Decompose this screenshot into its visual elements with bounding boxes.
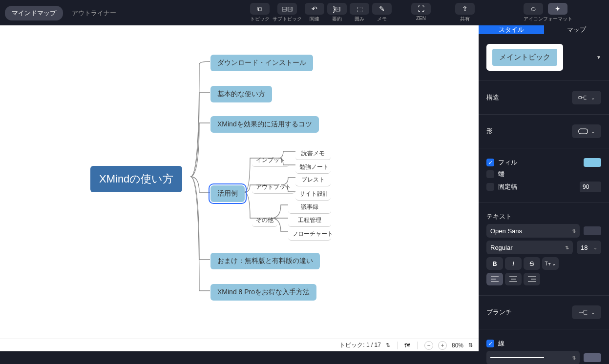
fixedwidth-label: 固定幅 bbox=[498, 182, 517, 191]
view-tabs: マインドマップ アウトライナー bbox=[5, 6, 123, 20]
weight-select[interactable]: Regular⇅ bbox=[486, 241, 573, 254]
top-toolbar: マインドマップ アウトライナー ⧉トピック ⊟⊡サブトピック ↶関連 }⊡要約 … bbox=[0, 0, 609, 25]
relationship-button[interactable]: ↶関連 bbox=[305, 3, 324, 22]
fixedwidth-input[interactable] bbox=[580, 182, 601, 192]
icon-panel-button[interactable]: ☺アイコン bbox=[524, 3, 543, 22]
node-leaf[interactable]: サイト設計 bbox=[295, 188, 331, 201]
bold-button[interactable]: B bbox=[486, 257, 503, 270]
topic-count-label: トピック: 1 / 17 bbox=[339, 341, 381, 349]
updown-icon: ⇅ bbox=[572, 228, 576, 234]
chevron-down-icon: ⌄ bbox=[591, 310, 595, 315]
svg-rect-0 bbox=[579, 97, 582, 99]
strike-button[interactable]: S bbox=[524, 257, 540, 270]
share-button[interactable]: ⇪共有 bbox=[455, 3, 475, 22]
structure-label: 構造 bbox=[486, 93, 499, 102]
line-label: 線 bbox=[498, 339, 504, 348]
tab-map[interactable]: マップ bbox=[544, 25, 609, 34]
node-main[interactable]: XMind 8 Proをお得な入手方法 bbox=[210, 284, 316, 301]
branch-picker[interactable]: ⌄ bbox=[572, 305, 601, 319]
structure-picker[interactable]: ⌄ bbox=[572, 91, 601, 104]
preview-section: メイントピック ▼ bbox=[479, 34, 609, 81]
panel-tabs: スタイル マップ bbox=[479, 25, 609, 34]
line-checkbox[interactable]: ✓ 線 bbox=[486, 339, 504, 348]
italic-button[interactable]: I bbox=[505, 257, 522, 270]
relationship-icon: ↶ bbox=[312, 5, 317, 13]
summary-button[interactable]: }⊡要約 bbox=[327, 3, 347, 22]
topic-icon: ⧉ bbox=[257, 5, 262, 13]
node-main[interactable]: XMindを効果的に活用するコツ bbox=[210, 116, 319, 133]
border-label: 端 bbox=[498, 170, 504, 179]
zen-button[interactable]: ⛶ZEN bbox=[411, 3, 431, 21]
zen-icon: ⛶ bbox=[418, 5, 424, 13]
view-outliner[interactable]: アウトライナー bbox=[65, 6, 123, 20]
updown-icon[interactable]: ⇅ bbox=[386, 342, 390, 348]
updown-icon: ⇅ bbox=[572, 355, 576, 361]
toolbar-right3: ☺アイコン ✦フォーマット bbox=[524, 3, 572, 22]
checkbox-unchecked-icon bbox=[486, 183, 494, 191]
tab-style[interactable]: スタイル bbox=[479, 25, 544, 34]
toolbar-right2: ⇪共有 bbox=[455, 3, 475, 22]
structure-section: 構造 ⌄ bbox=[479, 81, 609, 115]
border-checkbox[interactable]: 端 bbox=[486, 170, 504, 179]
fixedwidth-checkbox[interactable]: 固定幅 bbox=[486, 182, 517, 191]
chevron-down-icon: ⌄ bbox=[591, 129, 595, 134]
checkbox-unchecked-icon bbox=[486, 170, 494, 178]
node-main[interactable]: ダウンロード・インストール bbox=[210, 55, 313, 71]
fill-color-swatch[interactable] bbox=[584, 158, 601, 167]
checkbox-checked-icon: ✓ bbox=[486, 159, 494, 166]
node-leaf[interactable]: 勉強ノート bbox=[295, 161, 331, 174]
svg-rect-1 bbox=[579, 129, 588, 134]
toolbar-center: ⧉トピック ⊟⊡サブトピック ↶関連 }⊡要約 ⬚囲み ✎メモ bbox=[250, 3, 392, 22]
align-right-button[interactable] bbox=[524, 273, 540, 285]
zoom-out-button[interactable]: − bbox=[424, 341, 433, 350]
view-mindmap[interactable]: マインドマップ bbox=[5, 6, 63, 20]
size-select[interactable]: 18⌄ bbox=[577, 241, 601, 254]
updown-icon: ⇅ bbox=[565, 245, 569, 250]
subtopic-button[interactable]: ⊟⊡サブトピック bbox=[273, 3, 302, 22]
node-main-selected[interactable]: 活用例 bbox=[210, 185, 245, 202]
line-style-select[interactable]: ⇅ bbox=[486, 351, 580, 364]
text-section-label: テキスト bbox=[486, 212, 512, 221]
preview-caret-icon[interactable]: ▼ bbox=[596, 55, 601, 60]
map-overview-icon[interactable]: 🗺 bbox=[404, 342, 410, 349]
topic-button[interactable]: ⧉トピック bbox=[250, 3, 270, 22]
boundary-button[interactable]: ⬚囲み bbox=[350, 3, 369, 22]
canvas[interactable]: XMindの使い方 ダウンロード・インストール 基本的な使い方 XMindを効果… bbox=[0, 25, 479, 351]
subtopic-icon: ⊟⊡ bbox=[281, 5, 293, 13]
node-sub[interactable]: アウトプット bbox=[252, 181, 295, 194]
node-leaf[interactable]: ブレスト bbox=[295, 174, 331, 186]
case-button[interactable]: Tᴛ ⌄ bbox=[542, 257, 559, 270]
branch-section: ブランチ ⌄ bbox=[479, 296, 609, 329]
status-bar: トピック: 1 / 17 ⇅ 🗺 − + 80% ⇅ bbox=[0, 339, 479, 351]
node-sub[interactable]: インプット bbox=[252, 154, 289, 167]
note-button[interactable]: ✎メモ bbox=[372, 3, 392, 22]
note-icon: ✎ bbox=[379, 5, 385, 13]
zoom-in-button[interactable]: + bbox=[438, 341, 447, 350]
checkbox-checked-icon: ✓ bbox=[486, 340, 494, 347]
font-select[interactable]: Open Sans⇅ bbox=[486, 224, 580, 238]
share-icon: ⇪ bbox=[462, 5, 468, 13]
text-color-swatch[interactable] bbox=[584, 226, 601, 235]
zoom-caret-icon[interactable]: ⇅ bbox=[468, 342, 473, 348]
toolbar-right1: ⛶ZEN bbox=[411, 3, 431, 21]
format-panel: スタイル マップ メイントピック ▼ 構造 ⌄ 形 ⌄ bbox=[479, 25, 609, 364]
format-panel-button[interactable]: ✦フォーマット bbox=[543, 3, 572, 22]
node-root[interactable]: XMindの使い方 bbox=[90, 166, 182, 192]
style-preview: メイントピック bbox=[486, 44, 563, 71]
zoom-level[interactable]: 80% bbox=[452, 342, 463, 349]
fill-section: ✓ フィル 端 固定幅 bbox=[479, 148, 609, 202]
node-leaf[interactable]: フローチャート bbox=[288, 228, 331, 241]
align-center-button[interactable] bbox=[505, 273, 522, 285]
node-sub[interactable]: その他 bbox=[252, 214, 277, 227]
shape-picker[interactable]: ⌄ bbox=[572, 124, 601, 138]
boundary-icon: ⬚ bbox=[357, 5, 363, 13]
shape-label: 形 bbox=[486, 127, 493, 136]
node-leaf[interactable]: 工程管理 bbox=[288, 214, 331, 227]
node-main[interactable]: おまけ：無料版と有料版の違い bbox=[210, 253, 320, 269]
node-leaf[interactable]: 読書メモ bbox=[295, 147, 331, 160]
node-main[interactable]: 基本的な使い方 bbox=[210, 86, 272, 102]
fill-checkbox[interactable]: ✓ フィル bbox=[486, 158, 517, 167]
node-leaf[interactable]: 議事録 bbox=[288, 201, 331, 214]
line-color-swatch[interactable] bbox=[584, 353, 601, 362]
align-left-button[interactable] bbox=[486, 273, 503, 285]
